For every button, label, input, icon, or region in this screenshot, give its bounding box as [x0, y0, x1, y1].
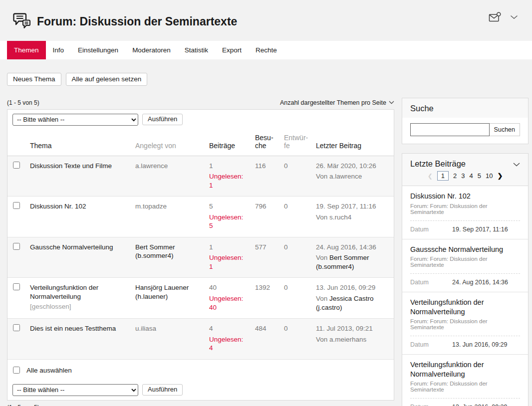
topic-title-link[interactable]: Diskussion Nr. 102: [30, 203, 86, 210]
last-post-author-line: Von Bert Sommer (b.sommer4): [316, 253, 390, 271]
select-all-label[interactable]: Alle auswählen: [26, 367, 72, 374]
topic-row: Gaussche Normalverteilung Bert Sommer (b…: [7, 237, 394, 278]
latest-post-entry: Diskussion Nr. 102 Forum: Forum: Diskuss…: [402, 186, 528, 239]
last-post-author[interactable]: a.lawrence: [329, 173, 362, 180]
topic-author[interactable]: m.topadze: [135, 203, 167, 210]
tab-item[interactable]: Info: [46, 41, 71, 59]
topic-unread-link[interactable]: Ungelesen: 1: [209, 172, 247, 190]
latest-post-date-row: Datum 24. Aug 2016, 14:36: [410, 279, 520, 286]
topic-row: Dies ist ein neues Testthema u.iliasa 4 …: [7, 319, 394, 360]
divider: [410, 336, 520, 336]
topic-unread-link[interactable]: Ungelesen: 5: [209, 213, 247, 230]
tab-label: Statistik: [185, 46, 208, 54]
main-column: Neues Thema Alle auf gelesen setzen (1 -…: [7, 73, 394, 406]
latest-post-entry: Verteilungsfunktion der Normalverteilung…: [402, 292, 528, 355]
execute-button-top[interactable]: Ausführen: [142, 114, 183, 125]
pagination-page[interactable]: 10: [486, 172, 493, 180]
search-button[interactable]: Suchen: [490, 123, 520, 136]
topic-checkbox[interactable]: [13, 243, 20, 250]
page-title: Forum: Diskussion der Seminartexte: [37, 15, 237, 28]
latest-post-title-link[interactable]: Diskussion Nr. 102: [410, 192, 520, 201]
search-panel-header: Suche: [402, 98, 528, 118]
pagination-page[interactable]: 2: [453, 172, 457, 180]
tab-bar: Themen Info Einstellungen Moderatoren St…: [0, 41, 532, 59]
bulk-action-select-bottom[interactable]: -- Bitte wählen --: [12, 384, 138, 396]
topic-visits: 484: [251, 319, 280, 360]
date-value: 13. Jun 2016, 09:29: [452, 404, 508, 406]
column-header[interactable]: Entwür-fe: [280, 130, 312, 156]
collapse-chevron-icon[interactable]: [513, 160, 520, 169]
topic-checkbox[interactable]: [13, 162, 20, 169]
toolbar-button[interactable]: Alle auf gelesen setzen: [66, 73, 148, 86]
tab-item[interactable]: Statistik: [178, 41, 215, 59]
search-panel-title: Suche: [410, 104, 434, 113]
content: Neues Thema Alle auf gelesen setzen (1 -…: [0, 59, 532, 406]
topic-row: Diskussion Texte und Filme a.lawrence 1 …: [7, 156, 394, 197]
divider: [410, 398, 520, 399]
topic-author[interactable]: u.iliasa: [135, 325, 156, 332]
tab-item[interactable]: Moderatoren: [125, 41, 178, 59]
select-all-checkbox[interactable]: [13, 367, 20, 374]
tab-item[interactable]: Export: [215, 41, 249, 59]
topic-checkbox[interactable]: [13, 324, 20, 331]
column-header[interactable]: Thema: [26, 130, 131, 156]
execute-button-bottom[interactable]: Ausführen: [142, 384, 183, 396]
latest-posts-header: Letzte Beiträge: [402, 154, 528, 170]
actions-chevron-down-icon[interactable]: [510, 15, 518, 19]
search-input[interactable]: [410, 123, 490, 136]
topic-posts-count: 5: [209, 202, 247, 211]
pagination-page[interactable]: 5: [478, 172, 481, 180]
topic-unread-link[interactable]: Ungelesen: 40: [209, 294, 247, 312]
tab-item[interactable]: Rechte: [249, 41, 284, 59]
header-actions: [489, 12, 518, 22]
pagination-page[interactable]: 4: [469, 172, 473, 180]
last-post-author[interactable]: a.meierhans: [329, 336, 366, 343]
last-post-author-line: Von Jessica Castro (j.castro): [316, 294, 390, 312]
pagination-page[interactable]: 3: [461, 172, 465, 180]
topic-title-link[interactable]: Dies ist ein neues Testthema: [30, 325, 116, 332]
bulk-action-select-top[interactable]: -- Bitte wählen --: [12, 114, 138, 126]
last-post-author-line: Von s.ruch4: [316, 213, 390, 222]
topic-visits: 577: [251, 237, 280, 278]
tab-label: Export: [222, 46, 242, 54]
topic-checkbox[interactable]: [13, 202, 20, 209]
tab-label: Einstellungen: [78, 46, 118, 54]
latest-posts-panel: Letzte Beiträge ❮ 1 2 3 4 5: [402, 153, 529, 406]
table-header-row: Thema Angelegt von Beiträge Besu-che Ent…: [7, 130, 394, 156]
bulk-action-bottom: -- Bitte wählen -- Ausführen: [7, 380, 394, 400]
pagination-prev-icon[interactable]: ❮: [428, 173, 433, 180]
column-header[interactable]: Angelegt von: [131, 130, 205, 156]
date-value: 13. Jun 2016, 09:29: [452, 341, 508, 348]
topic-row: Verteilungsfunktion der Normalverteilung…: [7, 278, 394, 319]
column-header[interactable]: Besu-che: [251, 130, 280, 156]
topic-author[interactable]: Hansjörg Lauener (h.lauener): [135, 284, 189, 300]
tab-item[interactable]: Einstellungen: [71, 41, 125, 59]
last-post-author[interactable]: s.ruch4: [329, 213, 351, 221]
latest-post-entry: Gausssche Normalverteilung Forum: Forum:…: [402, 239, 528, 293]
latest-post-title-link[interactable]: Verteilungsfunktion der Normalverteilung: [410, 360, 520, 379]
latest-post-entry: Verteilungsfunktion der Normalverteilung…: [402, 355, 528, 406]
topic-title-link[interactable]: Gaussche Normalverteilung: [30, 243, 113, 251]
topic-checkbox[interactable]: [13, 283, 20, 290]
latest-post-title-link[interactable]: Gausssche Normalverteilung: [410, 245, 520, 254]
tab-item[interactable]: Themen: [7, 41, 46, 59]
bulk-action-top: -- Bitte wählen -- Ausführen: [7, 110, 394, 130]
per-page-dropdown[interactable]: Anzahl dargestellter Themen pro Seite: [280, 99, 394, 106]
date-value: 19. Sep 2017, 11:16: [452, 226, 508, 233]
pagination-next-icon[interactable]: ❯: [497, 172, 503, 180]
column-header[interactable]: Letzter Beitrag: [312, 130, 394, 156]
topic-unread-link[interactable]: Ungelesen: 1: [209, 253, 247, 271]
topic-unread-link[interactable]: Ungelesen: 4: [209, 335, 247, 353]
pagination-page[interactable]: 1: [437, 171, 449, 181]
topic-title-link[interactable]: Verteilungsfunktion der Normalverteilung: [30, 284, 98, 300]
latest-post-title-link[interactable]: Verteilungsfunktion der Normalverteilung: [410, 298, 520, 316]
topic-title-link[interactable]: Diskussion Texte und Filme: [30, 162, 112, 170]
column-header[interactable]: Beiträge: [205, 130, 251, 156]
topic-author[interactable]: Bert Sommer (b.sommer4): [135, 243, 175, 260]
mail-notification-icon[interactable]: [489, 12, 501, 22]
divider: [410, 273, 520, 274]
date-value: 24. Aug 2016, 14:36: [452, 279, 508, 286]
topic-author[interactable]: a.lawrence: [135, 162, 168, 170]
toolbar-button[interactable]: Neues Thema: [7, 73, 61, 86]
range-row: (1 - 5 von 5) Anzahl dargestellter Theme…: [7, 99, 394, 106]
